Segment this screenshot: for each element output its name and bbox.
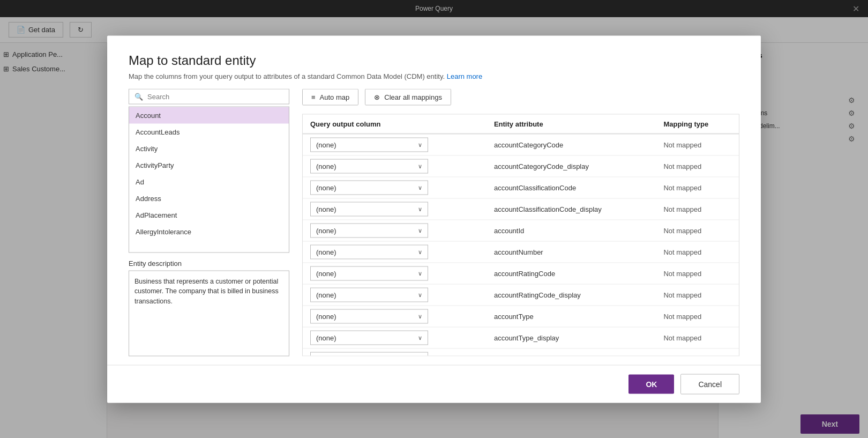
entity-item-activity[interactable]: Activity [129,140,289,157]
auto-map-button[interactable]: ≡ Auto map [302,88,358,105]
chevron-down-icon: ∨ [418,205,422,212]
query-col-dropdown-10[interactable]: (none) ∨ [310,352,428,355]
learn-more-link[interactable]: Learn more [447,72,482,80]
query-col-dropdown-7[interactable]: (none) ∨ [310,287,428,302]
col-header-query: Query output column [303,114,487,133]
chevron-down-icon: ∨ [418,162,422,169]
entity-item-activityparty[interactable]: ActivityParty [129,157,289,173]
chevron-down-icon: ∨ [418,270,422,277]
modal-dialog: Map to standard entity Map the columns f… [107,35,761,403]
mapping-table-body: (none) ∨ accountCategoryCode Not mapped [303,133,739,355]
query-col-dropdown-3[interactable]: (none) ∨ [310,202,428,216]
search-box: 🔍 [129,88,289,104]
query-col-dropdown-6[interactable]: (none) ∨ [310,266,428,280]
entity-description-label: Entity description [129,259,289,267]
entity-list: Account AccountLeads Activity ActivityPa… [129,106,289,253]
modal-subtitle: Map the columns from your query output t… [129,72,739,80]
modal-title: Map to standard entity [129,53,739,68]
query-col-dropdown-2[interactable]: (none) ∨ [310,180,428,195]
table-row: (none) ∨ accountRatingCode Not mapped [303,263,739,284]
table-row: (none) ∨ accountId Not mapped [303,220,739,241]
table-row: (none) ∨ accountType_display Not mapped [303,327,739,348]
mapping-table-scroll[interactable]: Query output column Entity attribute Map… [303,114,739,355]
table-row: (none) ∨ address1AddressId Not mapped [303,348,739,356]
entity-panel: 🔍 Account AccountLeads Activity Activity… [129,88,289,356]
entity-item-accountleads[interactable]: AccountLeads [129,123,289,140]
chevron-down-icon: ∨ [418,313,422,320]
modal-header: Map to standard entity Map the columns f… [107,35,761,88]
table-header: Query output column Entity attribute Map… [303,114,739,133]
chevron-down-icon: ∨ [418,141,422,148]
chevron-down-icon: ∨ [418,334,422,341]
table-row: (none) ∨ accountCategoryCode_display Not… [303,155,739,177]
clear-icon: ⊗ [374,93,380,101]
query-col-dropdown-4[interactable]: (none) ∨ [310,223,428,237]
chevron-down-icon: ∨ [418,248,422,255]
query-col-dropdown-8[interactable]: (none) ∨ [310,309,428,323]
search-icon: 🔍 [134,92,143,100]
col-header-mapping: Mapping type [656,114,739,133]
table-row: (none) ∨ accountNumber Not mapped [303,241,739,263]
automap-icon: ≡ [311,93,316,101]
mapping-toolbar: ≡ Auto map ⊗ Clear all mappings [302,88,739,105]
entity-item-allergyintolerance[interactable]: AllergyIntolerance [129,223,289,240]
chevron-down-icon: ∨ [418,291,422,298]
cancel-button[interactable]: Cancel [680,374,739,394]
table-row: (none) ∨ accountClassificationCode_displ… [303,198,739,220]
query-col-dropdown-0[interactable]: (none) ∨ [310,137,428,152]
table-row: (none) ∨ accountRatingCode_display Not m… [303,284,739,306]
query-col-dropdown-1[interactable]: (none) ∨ [310,159,428,173]
table-row: (none) ∨ accountClassificationCode Not m… [303,177,739,198]
entity-item-adplacement[interactable]: AdPlacement [129,206,289,223]
col-header-entity: Entity attribute [487,114,656,133]
clear-mappings-button[interactable]: ⊗ Clear all mappings [365,88,451,105]
ok-button[interactable]: OK [628,374,674,394]
modal-footer: OK Cancel [107,365,761,403]
entity-item-ad[interactable]: Ad [129,173,289,190]
chevron-down-icon: ∨ [418,227,422,234]
entity-item-address[interactable]: Address [129,190,289,206]
entity-description-box: Business that represents a customer or p… [129,270,289,356]
mapping-table-container: Query output column Entity attribute Map… [302,114,739,356]
modal-body: 🔍 Account AccountLeads Activity Activity… [107,88,761,365]
mapping-table: Query output column Entity attribute Map… [303,114,739,355]
entity-item-account[interactable]: Account [129,107,289,123]
search-input[interactable] [147,92,283,100]
mapping-panel: ≡ Auto map ⊗ Clear all mappings Query ou… [302,88,739,356]
table-row: (none) ∨ accountType Not mapped [303,306,739,327]
query-col-dropdown-5[interactable]: (none) ∨ [310,244,428,259]
query-col-dropdown-9[interactable]: (none) ∨ [310,330,428,345]
table-row: (none) ∨ accountCategoryCode Not mapped [303,133,739,155]
chevron-down-icon: ∨ [418,184,422,191]
